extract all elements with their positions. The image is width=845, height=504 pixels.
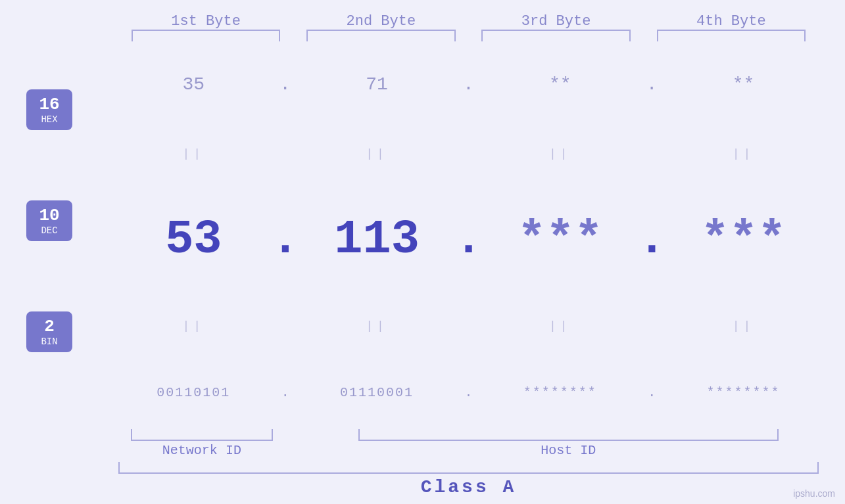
class-label: Class A <box>421 477 517 497</box>
bottom-bracket-row <box>26 429 819 441</box>
dec-b2: 113 <box>302 213 452 267</box>
bracket-top-1 <box>132 30 280 41</box>
bin-num: 2 <box>34 317 64 336</box>
network-id-label: Network ID <box>118 443 285 458</box>
eq1-b4: || <box>668 147 819 160</box>
hex-b2: 71 <box>302 74 452 95</box>
dec-sep3: . <box>635 213 668 267</box>
bracket-top-2 <box>306 30 455 41</box>
content-area: 16 HEX 10 DEC 2 BIN 35 . <box>26 48 819 426</box>
dec-num: 10 <box>34 206 64 225</box>
host-id-label: Host ID <box>318 443 819 458</box>
byte4-header: 4th Byte <box>644 13 819 30</box>
eq1-b2: || <box>302 147 452 160</box>
dec-badge: 10 DEC <box>26 200 72 241</box>
bin-badge: 2 BIN <box>26 311 72 352</box>
dec-b1: 53 <box>118 213 269 267</box>
hex-b3: ** <box>485 74 636 95</box>
byte3-header: 3rd Byte <box>469 13 644 30</box>
dec-b4: *** <box>668 213 819 267</box>
watermark: ipshu.com <box>793 488 835 499</box>
eq1-b3: || <box>485 147 636 160</box>
top-bracket-row <box>26 30 819 41</box>
eq2-b4: || <box>668 319 819 332</box>
class-row: Class A <box>26 477 819 497</box>
bracket-cell-3 <box>469 30 644 41</box>
id-labels-row: Network ID Host ID <box>26 443 819 458</box>
bracket-cell-4 <box>644 30 819 41</box>
hex-num: 16 <box>34 95 64 114</box>
eq1-b1: || <box>118 147 269 160</box>
bracket-top-4 <box>657 30 806 41</box>
byte2-header: 2nd Byte <box>293 13 468 30</box>
bin-row: 00110101 . 01110001 . ******** . <box>118 385 819 400</box>
dec-b3: *** <box>485 213 636 267</box>
hex-row: 35 . 71 . ** . ** <box>118 74 819 95</box>
bin-b2: 01110001 <box>302 385 452 400</box>
dec-row: 53 . 113 . *** . *** <box>118 213 819 267</box>
hex-sep2: . <box>452 74 485 95</box>
labels-column: 16 HEX 10 DEC 2 BIN <box>26 48 118 426</box>
equals-row-2: || || || || <box>118 319 819 332</box>
equals-row-1: || || || || <box>118 147 819 160</box>
bin-sep1: . <box>269 385 302 400</box>
eq2-b3: || <box>485 319 636 332</box>
eq2-b2: || <box>302 319 452 332</box>
bracket-top-3 <box>481 30 630 41</box>
bin-sep3: . <box>635 385 668 400</box>
dec-sep2: . <box>452 213 485 267</box>
eq2-b1: || <box>118 319 269 332</box>
hex-b1: 35 <box>118 74 269 95</box>
bracket-cell-2 <box>293 30 468 41</box>
values-grid: 35 . 71 . ** . ** <box>118 48 819 426</box>
hex-base: HEX <box>34 114 64 125</box>
byte1-header: 1st Byte <box>118 13 293 30</box>
network-bracket <box>131 429 273 441</box>
bracket-cell-1 <box>118 30 293 41</box>
bin-sep2: . <box>452 385 485 400</box>
hex-sep1: . <box>269 74 302 95</box>
hex-badge: 16 HEX <box>26 89 72 130</box>
bin-b4: ******** <box>668 385 819 400</box>
bin-b3: ******** <box>485 385 636 400</box>
main-container: 1st Byte 2nd Byte 3rd Byte 4th Byte 16 H… <box>0 0 845 504</box>
network-bracket-container <box>118 429 285 441</box>
hex-b4: ** <box>668 74 819 95</box>
hex-sep3: . <box>635 74 668 95</box>
big-bracket <box>118 462 819 474</box>
host-bracket-container <box>318 429 819 441</box>
bin-base: BIN <box>34 336 64 347</box>
dec-sep1: . <box>269 213 302 267</box>
bin-b1: 00110101 <box>118 385 269 400</box>
dec-base: DEC <box>34 225 64 236</box>
big-bracket-row <box>26 462 819 474</box>
byte-headers: 1st Byte 2nd Byte 3rd Byte 4th Byte <box>26 13 819 30</box>
